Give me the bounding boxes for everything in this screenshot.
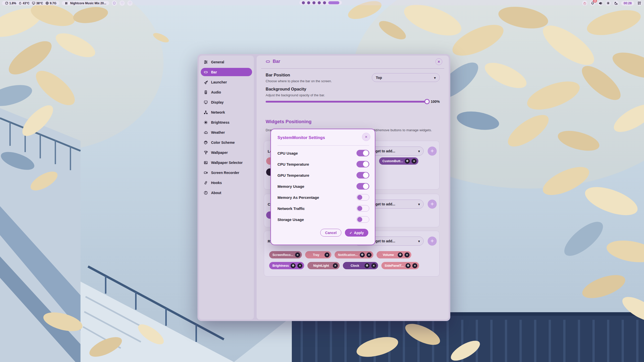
cpu-usage-stat: 1.8% (5, 2, 16, 5)
gauge-icon (5, 2, 8, 5)
rocket-icon (204, 80, 208, 84)
widget-chip-clock[interactable]: Clock (343, 262, 378, 269)
sidebar-item-display[interactable]: Display (201, 98, 252, 106)
heart-icon[interactable]: ♡ (119, 1, 125, 6)
pause-icon (65, 2, 68, 5)
systemmonitor-settings-dialog: SystemMonitor Settings CPU Usage CPU Tem… (270, 129, 375, 245)
widget-chip-notifications[interactable]: Notification... (335, 251, 373, 258)
memory-usage-toggle[interactable] (356, 183, 369, 190)
speaker-icon (599, 2, 602, 5)
sidebar-item-color-scheme[interactable]: Color Scheme (201, 138, 252, 147)
workspace-indicator[interactable] (299, 1, 342, 5)
skull-icon[interactable] (112, 1, 117, 6)
clock[interactable]: 00:28 (621, 1, 634, 6)
left-widget-add-button[interactable] (428, 147, 437, 156)
close-icon (438, 60, 440, 64)
sun-icon (204, 120, 208, 124)
bar-position-select[interactable]: Top (372, 73, 440, 82)
system-stats-pill: 1.8% 43°C 38°C 9.7G (2, 1, 59, 5)
right-widget-add-button[interactable] (428, 237, 437, 246)
cpu-temperature-toggle[interactable] (356, 161, 369, 167)
workspace-dot[interactable] (323, 1, 326, 4)
volume-button[interactable] (598, 1, 603, 6)
memory-as-percentage-toggle[interactable] (356, 194, 369, 201)
sidebar-item-about[interactable]: About (201, 189, 252, 197)
window-close-button[interactable] (435, 58, 442, 65)
widget-chip-brightness[interactable]: Brightness (269, 262, 304, 269)
opacity-slider[interactable] (266, 101, 427, 103)
widget-remove-button[interactable] (295, 252, 300, 257)
dashboard-button[interactable] (637, 1, 642, 6)
gear-icon (292, 264, 294, 267)
widget-chip-sidepanel[interactable]: SidePanelT... (381, 262, 419, 269)
gpu-temperature-toggle[interactable] (356, 172, 369, 178)
divider (277, 145, 369, 146)
widget-chip-nightlight[interactable]: NightLight (307, 262, 339, 269)
heart-icon[interactable]: ♡ (127, 1, 133, 6)
widget-remove-button[interactable] (412, 159, 417, 164)
sidebar-item-screen-recorder[interactable]: Screen Recorder (201, 168, 252, 177)
widget-remove-button[interactable] (405, 252, 410, 257)
opacity-slider-knob[interactable] (424, 99, 430, 104)
divider (261, 68, 444, 69)
sidebar-item-launcher[interactable]: Launcher (201, 78, 252, 86)
widget-settings-button[interactable] (360, 252, 365, 257)
speaker-box-icon (204, 90, 208, 94)
gear-icon (366, 264, 368, 267)
widget-chip-volume[interactable]: Volume (377, 251, 411, 258)
widget-chip-tray[interactable]: Tray (305, 251, 332, 258)
widget-remove-button[interactable] (297, 263, 302, 268)
widget-settings-button[interactable] (398, 252, 403, 257)
widget-settings-button[interactable] (365, 263, 370, 268)
sidebar-item-wallpaper[interactable]: Wallpaper (201, 148, 252, 157)
gear-icon (407, 264, 409, 267)
workspace-active-dot[interactable] (328, 1, 339, 4)
close-icon (368, 253, 370, 257)
media-player-pill[interactable]: Nightcore Music Mix 20... (62, 1, 109, 5)
page-title: Bar (273, 59, 280, 64)
workspace-dot[interactable] (302, 1, 305, 4)
widget-remove-button[interactable] (367, 252, 372, 257)
widget-remove-button[interactable] (333, 263, 338, 268)
tray-app-icon[interactable] (582, 1, 587, 6)
apply-button[interactable]: Apply (345, 229, 368, 237)
gear-icon (399, 253, 401, 256)
sidebar-item-bar[interactable]: Bar (201, 68, 252, 76)
brightness-button[interactable] (606, 1, 611, 6)
notifications-bell-button[interactable]: 10 (590, 1, 595, 6)
sidebar-item-brightness[interactable]: Brightness (201, 118, 252, 126)
sidebar-item-audio[interactable]: Audio (201, 88, 252, 96)
workspace-dot[interactable] (312, 1, 315, 4)
sidebar-item-general[interactable]: General (201, 58, 252, 66)
storage-usage-toggle[interactable] (356, 216, 369, 223)
widget-remove-button[interactable] (412, 263, 417, 268)
center-widget-add-button[interactable] (428, 200, 437, 209)
close-icon (365, 134, 368, 140)
toggle-row-gpu-temperature: GPU Temperature (277, 170, 369, 181)
toggle-row-cpu-usage: CPU Usage (277, 148, 369, 159)
plus-icon (431, 238, 434, 244)
widget-settings-button[interactable] (291, 263, 296, 268)
widget-remove-button[interactable] (325, 252, 330, 257)
widget-settings-button[interactable] (406, 263, 411, 268)
widget-remove-button[interactable] (371, 263, 376, 268)
sidebar-item-network[interactable]: Network (201, 108, 252, 116)
chevron-down-icon (418, 202, 420, 206)
sidebar-item-wallpaper-selector[interactable]: Wallpaper Selector (201, 158, 252, 167)
sidebar-item-weather[interactable]: Weather (201, 128, 252, 137)
workspace-dot[interactable] (307, 1, 310, 4)
dialog-close-button[interactable] (362, 133, 370, 141)
gpu-temp-stat: 38°C (32, 2, 43, 5)
widget-chip-custombutton[interactable]: CustomButt... (379, 157, 418, 165)
cancel-button[interactable]: Cancel (320, 229, 341, 237)
cpu-usage-toggle[interactable] (356, 150, 369, 156)
workspace-dot[interactable] (318, 1, 321, 4)
widget-chip-screenrecorder[interactable]: ScreenReco... (269, 251, 302, 258)
video-camera-icon (204, 171, 208, 175)
close-icon (299, 264, 301, 267)
sidebar-item-hooks[interactable]: Hooks (201, 178, 252, 187)
widget-settings-button[interactable] (405, 159, 410, 164)
toggle-row-storage-usage: Storage Usage (277, 214, 369, 225)
night-light-button[interactable] (613, 1, 619, 6)
network-traffic-toggle[interactable] (356, 205, 369, 212)
